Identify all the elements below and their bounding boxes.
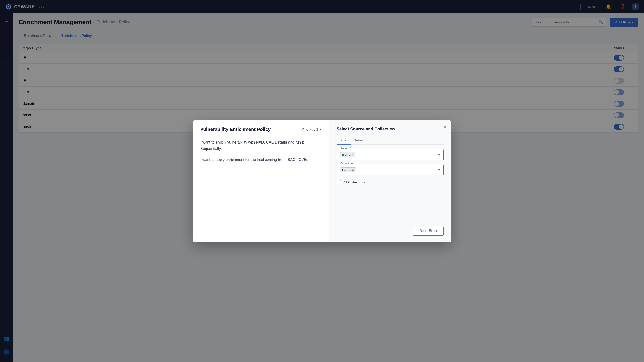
priority-dropdown[interactable]: Priority : 3 ▾ [302,127,321,131]
policy-description-1: I want to enrich Vulnerability with NVD,… [200,139,321,152]
modal-overlay[interactable]: × Vulnerability Enrichment Policy Priori… [0,0,644,362]
modal-dialog: × Vulnerability Enrichment Policy Priori… [193,120,451,242]
tab-intel[interactable]: Intel [336,136,351,145]
next-step-row: Next Step [336,221,444,235]
modal-left-panel: Vulnerability Enrichment Policy Priority… [193,120,329,242]
source-chevron-icon: ▾ [438,153,440,157]
all-collections-label: All Collections [343,180,365,184]
policy-description-2: I want to apply enrichment for the intel… [200,157,321,163]
collection-tag-cves: CVEs × [340,167,356,173]
source-tabs: Intel Inbox [336,136,444,145]
modal-body: Vulnerability Enrichment Policy Priority… [193,120,451,242]
chevron-down-icon: ▾ [320,127,321,131]
enrich-type: Vulnerability [227,140,247,144]
source-tag-isac: ISAC × [340,152,355,158]
priority-label: Priority : 3 [302,127,318,131]
all-collections-checkbox[interactable] [336,180,341,184]
all-collections-row: All Collections [336,180,444,184]
enrich-mode: Sequentially [200,147,221,151]
intel-source: ISAC - CVEs [286,158,308,162]
policy-title: Vulnerability Enrichment Policy [200,127,270,132]
modal-right-panel: Select Source and Collection Intel Inbox… [329,120,451,242]
collection-chevron-icon: ▾ [438,168,440,172]
source-tags: ISAC × [340,152,438,158]
collection-dropdown[interactable]: CVEs × ▾ [336,164,444,176]
collection-field-group: Collection * CVEs × ▾ [336,164,444,176]
policy-title-row: Vulnerability Enrichment Policy Priority… [200,127,321,134]
close-button[interactable]: × [444,124,446,130]
source-tag-remove[interactable]: × [351,153,353,157]
source-dropdown[interactable]: ISAC × ▾ [336,149,444,161]
collection-field-label: Collection * [340,162,356,165]
next-step-button[interactable]: Next Step [413,226,444,235]
enrich-with: NVD, CVE Details [256,140,287,144]
collection-tag-text: CVEs [342,168,351,172]
source-field-group: Source * ISAC × ▾ [336,149,444,161]
right-panel-title: Select Source and Collection [336,127,444,132]
collection-tag-remove[interactable]: × [352,168,354,172]
source-tag-text: ISAC [342,153,350,157]
tab-inbox[interactable]: Inbox [351,136,368,145]
collection-tags: CVEs × [340,167,438,173]
source-field-label: Source * [340,147,352,150]
